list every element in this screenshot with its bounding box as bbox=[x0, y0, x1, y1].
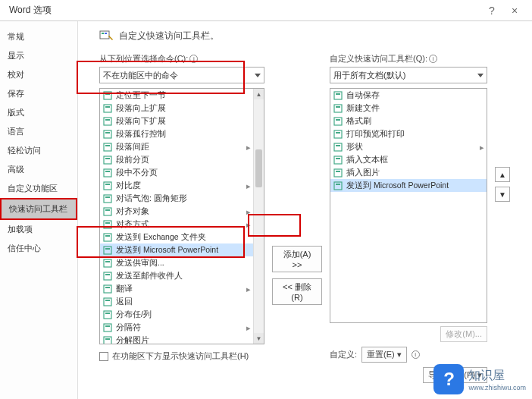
sidebar-item[interactable]: 校对 bbox=[0, 65, 77, 84]
list-item[interactable]: 格式刷 bbox=[330, 115, 487, 127]
svg-rect-66 bbox=[336, 184, 340, 185]
command-icon bbox=[102, 219, 113, 230]
svg-rect-5 bbox=[104, 105, 111, 112]
sidebar-item[interactable]: 显示 bbox=[0, 46, 77, 65]
list-item[interactable]: 段落向上扩展 bbox=[100, 102, 253, 115]
move-up-button[interactable]: ▲ bbox=[495, 167, 510, 182]
list-item[interactable]: 段前分页 bbox=[100, 153, 253, 166]
list-item[interactable]: 插入文本框 bbox=[330, 153, 487, 166]
command-icon bbox=[102, 335, 113, 345]
list-item[interactable]: 对比度 ▸ bbox=[100, 179, 253, 192]
list-item[interactable]: 对齐方式 ▸ bbox=[100, 218, 253, 231]
remove-button[interactable]: << 删除(R) bbox=[272, 278, 322, 305]
list-item[interactable]: 发送至邮件收件人 bbox=[100, 269, 253, 282]
svg-rect-62 bbox=[336, 158, 340, 159]
reset-button[interactable]: 重置(E)▾ bbox=[361, 347, 407, 363]
list-item[interactable]: 对话气泡: 圆角矩形 bbox=[100, 192, 253, 205]
list-item[interactable]: 分布任/列 bbox=[100, 308, 253, 321]
svg-rect-34 bbox=[105, 287, 110, 288]
command-icon bbox=[102, 142, 113, 152]
choose-commands-label: 从下列位置选择命令(C): bbox=[99, 53, 188, 64]
list-item[interactable]: 发送供审阅... bbox=[100, 256, 253, 269]
command-icon bbox=[102, 271, 113, 281]
command-icon bbox=[333, 116, 343, 127]
list-item[interactable]: 自动保存 bbox=[330, 89, 487, 102]
list-item[interactable]: 对齐对象 ▸ bbox=[100, 205, 253, 218]
help-button[interactable]: ? bbox=[480, 0, 503, 21]
list-item[interactable]: 定位至下一节 bbox=[100, 89, 253, 102]
svg-rect-65 bbox=[334, 182, 342, 190]
command-icon bbox=[102, 155, 113, 165]
toolbar-commands-list[interactable]: 自动保存新建文件格式刷打印预览和打印形状 ▸插入文本框插入图片发送到 Micro… bbox=[330, 88, 487, 323]
svg-rect-29 bbox=[104, 259, 111, 267]
list-item[interactable]: 段落孤行控制 bbox=[100, 127, 253, 140]
list-item[interactable]: 翻译 ▸ bbox=[100, 282, 253, 295]
list-item[interactable]: 发送到 Microsoft PowerPoint bbox=[330, 179, 487, 192]
svg-rect-22 bbox=[105, 209, 110, 211]
available-commands-list[interactable]: 定位至下一节段落向上扩展段落向下扩展段落孤行控制段落间距 ▸段前分页段中不分页对… bbox=[99, 88, 264, 344]
info-icon[interactable]: i bbox=[412, 350, 420, 359]
list-item[interactable]: 返回 bbox=[100, 295, 253, 308]
svg-rect-28 bbox=[105, 248, 110, 250]
close-button[interactable]: × bbox=[503, 0, 526, 21]
command-icon bbox=[333, 103, 343, 114]
svg-rect-7 bbox=[104, 118, 111, 125]
move-down-button[interactable]: ▼ bbox=[495, 187, 510, 202]
svg-rect-39 bbox=[104, 324, 111, 331]
sidebar-item[interactable]: 高级 bbox=[0, 160, 77, 179]
svg-rect-12 bbox=[105, 145, 110, 146]
list-item[interactable]: 新建文件 bbox=[330, 102, 487, 115]
list-item[interactable]: 形状 ▸ bbox=[330, 140, 487, 153]
svg-rect-16 bbox=[105, 171, 110, 172]
list-item[interactable]: 分隔符 ▸ bbox=[100, 321, 253, 334]
info-icon[interactable]: i bbox=[429, 55, 437, 63]
list-item[interactable]: 插入图片 bbox=[330, 166, 487, 179]
add-button[interactable]: 添加(A) >> bbox=[272, 246, 322, 272]
svg-rect-54 bbox=[336, 106, 340, 108]
sidebar-item[interactable]: 自定义功能区 bbox=[0, 179, 77, 198]
svg-rect-13 bbox=[104, 156, 111, 164]
svg-rect-2 bbox=[105, 33, 107, 34]
command-icon bbox=[102, 322, 113, 333]
command-icon bbox=[333, 90, 343, 101]
sidebar-item[interactable]: 加载项 bbox=[0, 220, 77, 239]
list-item[interactable]: 段中不分页 bbox=[100, 166, 253, 179]
list-item[interactable]: 打印预览和打印 bbox=[330, 127, 487, 140]
command-icon bbox=[102, 245, 113, 256]
sidebar: 常规显示校对保存版式语言轻松访问高级自定义功能区快速访问工具栏加载项信任中心 bbox=[0, 21, 78, 399]
svg-rect-3 bbox=[104, 92, 111, 99]
svg-rect-8 bbox=[105, 119, 110, 121]
svg-rect-30 bbox=[105, 261, 110, 262]
list-item[interactable]: 段落向下扩展 bbox=[100, 115, 253, 127]
svg-rect-33 bbox=[104, 285, 111, 293]
list-item[interactable]: 段落间距 ▸ bbox=[100, 140, 253, 153]
commands-source-dropdown[interactable]: 不在功能区中的命令 bbox=[99, 67, 264, 83]
svg-rect-55 bbox=[334, 118, 342, 125]
sidebar-item[interactable]: 语言 bbox=[0, 122, 77, 141]
info-icon[interactable]: i bbox=[189, 55, 198, 63]
svg-rect-53 bbox=[334, 105, 342, 112]
sidebar-item[interactable]: 快速访问工具栏 bbox=[0, 198, 77, 220]
list-item[interactable]: 分解图片 bbox=[100, 334, 253, 344]
sidebar-item[interactable]: 版式 bbox=[0, 103, 77, 122]
window-title: Word 选项 bbox=[6, 4, 480, 17]
svg-rect-57 bbox=[334, 130, 342, 138]
sidebar-item[interactable]: 保存 bbox=[0, 84, 77, 103]
list-item[interactable]: 发送到 Microsoft PowerPoint bbox=[100, 243, 253, 256]
scrollbar[interactable]: ▲ ▼ bbox=[253, 89, 264, 344]
show-below-ribbon-checkbox[interactable] bbox=[99, 352, 108, 361]
expand-icon: ▸ bbox=[246, 143, 251, 152]
show-below-ribbon-label: 在功能区下方显示快速访问工具栏(H) bbox=[112, 350, 249, 362]
svg-rect-38 bbox=[105, 313, 110, 314]
command-icon bbox=[333, 142, 343, 152]
sidebar-item[interactable]: 轻松访问 bbox=[0, 141, 77, 160]
toolbar-target-dropdown[interactable]: 用于所有文档(默认) bbox=[330, 67, 487, 83]
command-icon bbox=[102, 129, 113, 140]
svg-rect-18 bbox=[105, 184, 110, 185]
sidebar-item[interactable]: 信任中心 bbox=[0, 239, 77, 258]
page-title: 自定义快速访问工具栏。 bbox=[119, 30, 219, 42]
svg-rect-24 bbox=[105, 222, 110, 224]
command-icon bbox=[102, 284, 113, 294]
list-item[interactable]: 发送到 Exchange 文件夹 bbox=[100, 231, 253, 243]
sidebar-item[interactable]: 常规 bbox=[0, 27, 77, 46]
